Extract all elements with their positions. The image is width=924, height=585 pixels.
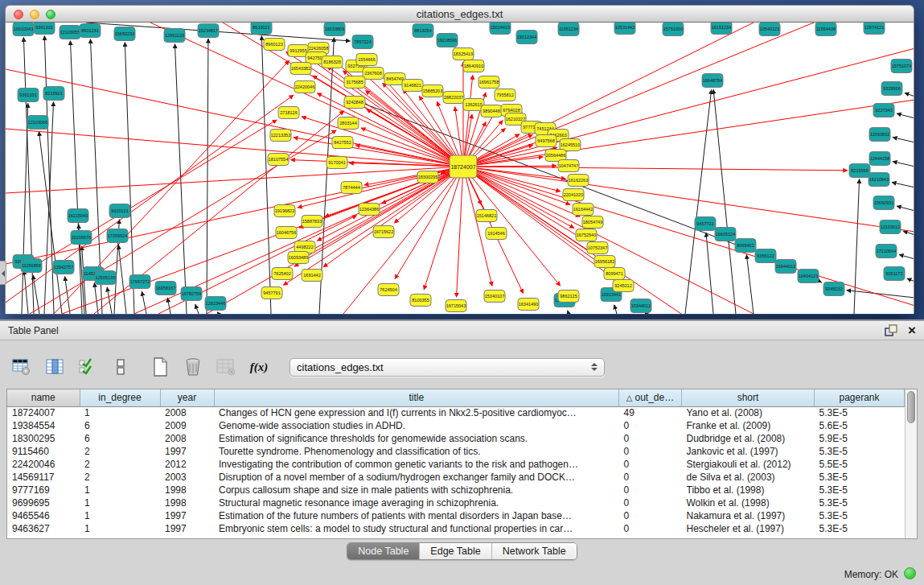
network-node[interactable]: 12213353 bbox=[270, 130, 291, 142]
table-row[interactable]: 1872400712008Changes of HCN gene express… bbox=[7, 406, 905, 419]
network-node[interactable]: 9146821 bbox=[402, 80, 423, 92]
network-node[interactable]: 9320121 bbox=[109, 204, 130, 218]
cell-out_degree[interactable]: 0 bbox=[619, 471, 682, 484]
tab-edge-table[interactable]: Edge Table bbox=[419, 543, 491, 559]
network-node[interactable]: 15024419 bbox=[490, 23, 511, 35]
column-header-title[interactable]: title bbox=[214, 389, 619, 406]
cell-short[interactable]: Nakamura et al. (1997) bbox=[682, 509, 815, 522]
network-node[interactable]: 19012344 bbox=[516, 31, 537, 44]
network-node[interactable]: 15751074 bbox=[891, 60, 912, 73]
network-node[interactable]: 15340107 bbox=[484, 290, 505, 303]
cell-pagerank[interactable]: 5.3E-5 bbox=[815, 509, 905, 522]
cell-title[interactable]: Structural magnetic resonance image aver… bbox=[214, 496, 619, 509]
network-node[interactable]: 16958167 bbox=[155, 282, 176, 295]
cell-in_degree[interactable]: 2 bbox=[80, 471, 160, 484]
network-node[interactable]: 11051234 bbox=[558, 23, 579, 36]
network-node[interactable]: 18724007 bbox=[450, 155, 477, 178]
network-node[interactable]: 7955812 bbox=[495, 89, 515, 101]
network-node[interactable]: 12444158 bbox=[869, 152, 890, 166]
table-row[interactable]: 1938455462009Genome-wide association stu… bbox=[7, 419, 905, 432]
network-node[interactable]: 16093489 bbox=[288, 252, 309, 264]
cell-name[interactable]: 19384554 bbox=[7, 419, 80, 432]
network-node[interactable]: 8633021 bbox=[251, 23, 272, 35]
cell-short[interactable]: Stergiakouli et al. (2012) bbox=[682, 458, 815, 471]
network-node[interactable]: 12103055 bbox=[60, 26, 80, 39]
function-builder-icon[interactable]: f(x) bbox=[248, 356, 269, 377]
cell-name[interactable]: 9463627 bbox=[7, 522, 80, 535]
cell-year[interactable]: 1997 bbox=[160, 522, 214, 535]
network-node[interactable]: 20206576 bbox=[71, 231, 92, 245]
network-node[interactable]: 9361331 bbox=[18, 89, 39, 102]
cell-out_degree[interactable]: 0 bbox=[619, 419, 682, 432]
cell-in_degree[interactable]: 1 bbox=[80, 509, 160, 522]
collapse-panel-arrow-icon[interactable] bbox=[0, 261, 6, 285]
table-row[interactable]: 977716911998Corpus callosum shape and si… bbox=[7, 484, 905, 496]
tab-node-table[interactable]: Node Table bbox=[347, 543, 419, 559]
network-node[interactable]: 15692931 bbox=[873, 196, 894, 210]
column-header-out_degree[interactable]: △out_de… bbox=[619, 389, 682, 406]
cell-title[interactable]: Embryonic stem cells: a model to study s… bbox=[214, 522, 619, 535]
cell-title[interactable]: Tourette syndrome. Phenomenology and cla… bbox=[214, 445, 619, 458]
network-node[interactable]: 16782759 bbox=[181, 287, 202, 301]
network-node[interactable]: 15344012 bbox=[630, 299, 651, 313]
network-node[interactable]: 9862125 bbox=[558, 290, 579, 303]
network-node[interactable]: 12505135 bbox=[95, 271, 116, 285]
column-header-pagerank[interactable]: pagerank bbox=[815, 389, 905, 406]
network-node[interactable]: 10474747 bbox=[558, 160, 579, 172]
network-node[interactable]: 2718126 bbox=[278, 107, 299, 119]
cell-title[interactable]: Corpus callosum shape and size in male p… bbox=[214, 484, 619, 496]
network-node[interactable]: 16605124 bbox=[715, 228, 736, 241]
cell-year[interactable]: 2012 bbox=[160, 458, 214, 471]
network-node[interactable]: 16956182 bbox=[594, 256, 615, 268]
cell-year[interactable]: 2003 bbox=[160, 471, 214, 484]
new-document-icon[interactable] bbox=[150, 356, 170, 377]
network-node[interactable]: 7857224 bbox=[352, 35, 373, 49]
network-node[interactable]: 1554666 bbox=[356, 54, 377, 66]
network-node[interactable]: 15885203 bbox=[422, 85, 443, 97]
cell-year[interactable]: 2008 bbox=[160, 406, 214, 419]
network-node[interactable]: 16715043 bbox=[446, 300, 466, 312]
cell-in_degree[interactable]: 1 bbox=[80, 406, 160, 419]
table-row[interactable]: 969969511998Structural magnetic resonanc… bbox=[7, 496, 905, 509]
cell-short[interactable]: Tibbo et al. (1998) bbox=[682, 484, 815, 496]
cell-title[interactable]: Estimation of significance thresholds fo… bbox=[214, 432, 619, 445]
unmerge-rows-icon[interactable] bbox=[110, 356, 131, 377]
cell-short[interactable]: Wolkin et al. (1998) bbox=[682, 496, 815, 509]
cell-name[interactable]: 18300295 bbox=[7, 432, 80, 445]
column-header-name[interactable]: name bbox=[7, 389, 80, 406]
cell-out_degree[interactable]: 0 bbox=[619, 509, 682, 522]
network-node[interactable]: 2803144 bbox=[338, 117, 359, 130]
cell-out_degree[interactable]: 0 bbox=[619, 458, 682, 471]
network-node[interactable]: 18325419 bbox=[453, 48, 474, 60]
network-node[interactable]: 8427552 bbox=[332, 137, 353, 149]
cell-year[interactable]: 1998 bbox=[160, 484, 214, 496]
network-node[interactable]: 8186328 bbox=[322, 56, 343, 68]
zoom-window-button[interactable] bbox=[46, 10, 55, 19]
network-node[interactable]: 9245012 bbox=[613, 280, 634, 292]
network-node[interactable]: 9329966 bbox=[881, 82, 902, 96]
network-node[interactable]: 12093832 bbox=[869, 128, 890, 142]
network-node[interactable]: 16341490 bbox=[518, 299, 539, 311]
network-node[interactable]: 3175685 bbox=[344, 76, 365, 89]
network-node[interactable]: 10752347 bbox=[587, 242, 608, 254]
network-node[interactable]: 16210643 bbox=[869, 173, 889, 187]
cell-title[interactable]: Investigating the contribution of common… bbox=[214, 458, 619, 471]
show-columns-icon[interactable] bbox=[44, 356, 65, 377]
cell-short[interactable]: Yano et al. (2008) bbox=[682, 406, 815, 419]
network-node[interactable]: 18107554 bbox=[268, 154, 289, 166]
network-node[interactable]: 16162263 bbox=[568, 175, 589, 187]
cell-out_degree[interactable]: 49 bbox=[619, 406, 682, 419]
table-row[interactable]: 946554611997Estimation of the future num… bbox=[7, 509, 905, 522]
network-node[interactable]: 12951123 bbox=[164, 29, 185, 43]
network-node[interactable]: 10540123 bbox=[759, 23, 780, 36]
network-node[interactable]: 10531442 bbox=[614, 23, 635, 35]
cell-name[interactable]: 9115460 bbox=[7, 445, 80, 458]
close-panel-icon[interactable]: × bbox=[908, 324, 916, 337]
cell-name[interactable]: 9699695 bbox=[7, 496, 80, 509]
scrollbar-thumb[interactable] bbox=[907, 391, 915, 423]
cell-out_degree[interactable]: 0 bbox=[619, 496, 682, 509]
table-row[interactable]: 1456911722003Disruption of a novel membe… bbox=[7, 471, 905, 484]
network-node[interactable]: 16033809 bbox=[324, 23, 345, 36]
table-selector-dropdown[interactable]: citations_edges.txt bbox=[290, 358, 605, 377]
network-node[interactable]: 9170041 bbox=[326, 157, 347, 169]
